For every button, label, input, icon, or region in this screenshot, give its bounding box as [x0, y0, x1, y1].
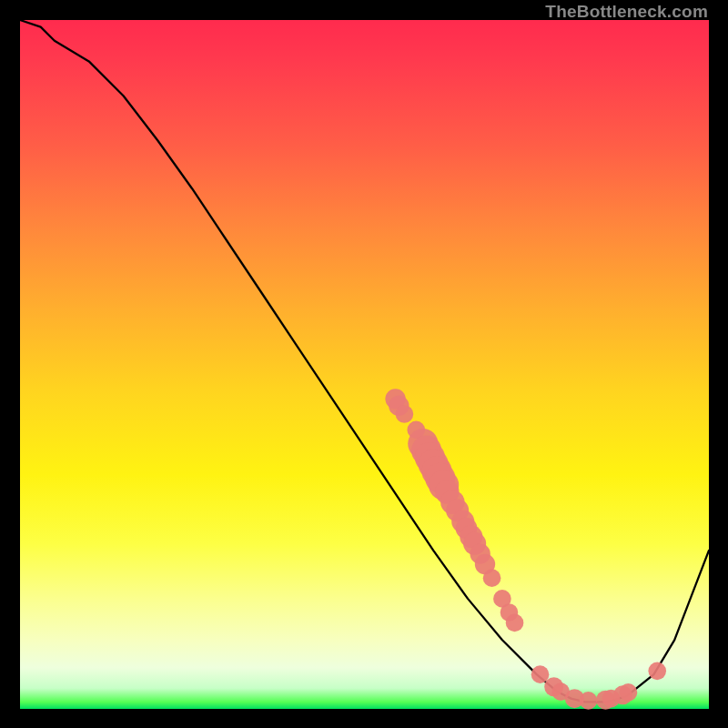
scatter-point — [396, 405, 414, 423]
scatter-point — [620, 683, 638, 702]
attribution-label: TheBottleneck.com — [545, 2, 708, 22]
scatter-point — [531, 665, 550, 683]
scatter-points-group — [385, 389, 666, 710]
scatter-point — [580, 692, 598, 710]
bottleneck-curve-line — [20, 20, 709, 702]
scatter-point — [483, 569, 501, 587]
scatter-point — [648, 662, 666, 681]
chart-plot-area — [20, 20, 709, 709]
chart-svg — [20, 20, 709, 709]
scatter-point — [506, 614, 524, 632]
